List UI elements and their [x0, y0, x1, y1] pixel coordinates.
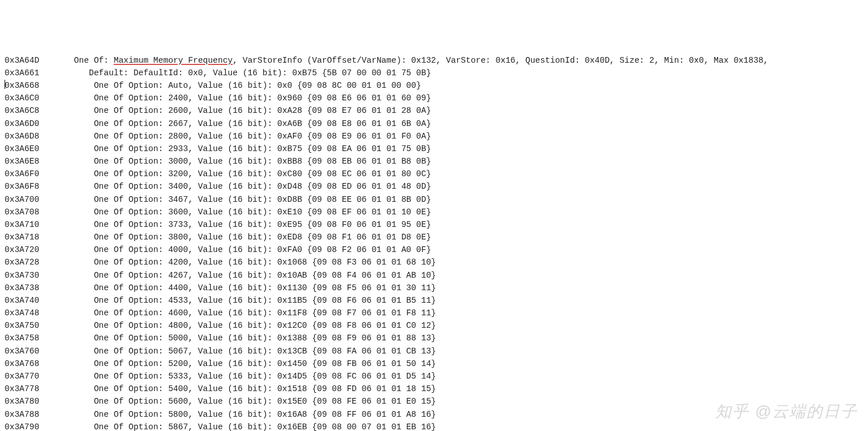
- address: 0x3A780: [5, 397, 39, 406]
- option-line: One Of Option: 4600, Value (16 bit): 0x1…: [94, 308, 436, 318]
- address: 0x3A6D0: [5, 119, 39, 128]
- option-line: One Of Option: 5000, Value (16 bit): 0x1…: [94, 334, 436, 343]
- dump-line: 0x3A6F8 One Of Option: 3400, Value (16 b…: [5, 180, 863, 193]
- dump-line: 0x3A768 One Of Option: 5200, Value (16 b…: [5, 357, 863, 370]
- address: 0x3A700: [5, 195, 39, 204]
- dump-line: 0x3A750 One Of Option: 4800, Value (16 b…: [5, 319, 863, 332]
- option-line: One Of Option: 5800, Value (16 bit): 0x1…: [94, 410, 436, 419]
- dump-line: 0x3A778 One Of Option: 5400, Value (16 b…: [5, 383, 863, 395]
- address: 0x3A760: [5, 347, 39, 356]
- address: 0x3A6E8: [5, 157, 39, 166]
- dump-line: 0x3A708 One Of Option: 3600, Value (16 b…: [5, 206, 863, 218]
- dump-line: 0x3A738 One Of Option: 4400, Value (16 b…: [5, 282, 863, 294]
- dump-line: 0x3A788 One Of Option: 5800, Value (16 b…: [5, 408, 863, 421]
- setting-title: Maximum Memory Frequency: [113, 56, 233, 65]
- option-line: One Of Option: 4800, Value (16 bit): 0x1…: [94, 321, 436, 330]
- address: 0x3A710: [5, 220, 39, 229]
- option-line: One Of Option: 2800, Value (16 bit): 0xA…: [94, 132, 431, 141]
- address: 0x3A750: [5, 321, 39, 330]
- option-line: One Of Option: 4400, Value (16 bit): 0x1…: [94, 283, 436, 292]
- option-line: One Of Option: 3467, Value (16 bit): 0xD…: [94, 195, 431, 204]
- dump-line: 0x3A758 One Of Option: 5000, Value (16 b…: [5, 332, 863, 344]
- hex-dump-listing: 0x3A64D One Of: Maximum Memory Frequency…: [5, 54, 863, 431]
- address: 0x3A728: [5, 258, 39, 267]
- dump-line: 0x3A770 One Of Option: 5333, Value (16 b…: [5, 370, 863, 383]
- dump-line: 0x3A6E0 One Of Option: 2933, Value (16 b…: [5, 143, 863, 155]
- address: 0x3A6F8: [5, 182, 39, 191]
- option-line: One Of Option: 4267, Value (16 bit): 0x1…: [94, 271, 436, 280]
- dump-line: 0x3A780 One Of Option: 5600, Value (16 b…: [5, 395, 863, 408]
- dump-line: 0x3A730 One Of Option: 4267, Value (16 b…: [5, 269, 863, 282]
- dump-line: 0x3A668 One Of Option: Auto, Value (16 b…: [5, 79, 863, 92]
- dump-line: 0x3A6D0 One Of Option: 2667, Value (16 b…: [5, 117, 863, 130]
- dump-line: 0x3A710 One Of Option: 3733, Value (16 b…: [5, 218, 863, 231]
- option-line: One Of Option: 5333, Value (16 bit): 0x1…: [94, 372, 436, 381]
- dump-line: 0x3A728 One Of Option: 4200, Value (16 b…: [5, 256, 863, 269]
- dump-line: 0x3A661 Default: DefaultId: 0x0, Value (…: [5, 67, 863, 79]
- address: 0x3A758: [5, 334, 39, 343]
- option-line: One Of Option: 2667, Value (16 bit): 0xA…: [94, 119, 431, 128]
- option-line: One Of Option: 5200, Value (16 bit): 0x1…: [94, 359, 436, 368]
- option-line: One Of Option: 2600, Value (16 bit): 0xA…: [94, 106, 431, 115]
- option-line: One Of Option: 5867, Value (16 bit): 0x1…: [94, 422, 436, 431]
- dump-line: 0x3A790 One Of Option: 5867, Value (16 b…: [5, 421, 863, 431]
- address: 0x3A708: [5, 208, 39, 217]
- one-of-header: One Of: Maximum Memory Frequency, VarSto…: [74, 56, 768, 65]
- option-line: One Of Option: 5400, Value (16 bit): 0x1…: [94, 384, 436, 393]
- dump-line: 0x3A760 One Of Option: 5067, Value (16 b…: [5, 345, 863, 357]
- option-line: One Of Option: 4200, Value (16 bit): 0x1…: [94, 258, 436, 267]
- dump-line: 0x3A700 One Of Option: 3467, Value (16 b…: [5, 193, 863, 206]
- option-line: One Of Option: 5600, Value (16 bit): 0x1…: [94, 397, 436, 406]
- dump-line: 0x3A6C8 One Of Option: 2600, Value (16 b…: [5, 104, 863, 117]
- default-value-line: Default: DefaultId: 0x0, Value (16 bit):…: [89, 68, 431, 78]
- address: 0x3A740: [5, 296, 39, 305]
- dump-line: 0x3A64D One Of: Maximum Memory Frequency…: [5, 54, 863, 67]
- address: 0x3A730: [5, 271, 39, 280]
- dump-line: 0x3A6E8 One Of Option: 3000, Value (16 b…: [5, 155, 863, 168]
- dump-line: 0x3A6D8 One Of Option: 2800, Value (16 b…: [5, 130, 863, 143]
- address: 0x3A6C8: [5, 106, 39, 115]
- option-line: One Of Option: Auto, Value (16 bit): 0x0…: [94, 81, 421, 90]
- dump-line: 0x3A740 One Of Option: 4533, Value (16 b…: [5, 294, 863, 307]
- address: 0x3A6F0: [5, 169, 39, 178]
- address: 0x3A718: [5, 233, 39, 242]
- address: 0x3A6E0: [5, 144, 39, 153]
- address: 0x3A738: [5, 283, 39, 292]
- dump-line: 0x3A748 One Of Option: 4600, Value (16 b…: [5, 307, 863, 319]
- address: 0x3A748: [5, 308, 39, 318]
- option-line: One Of Option: 5067, Value (16 bit): 0x1…: [94, 347, 436, 356]
- address: 0x3A770: [5, 372, 39, 381]
- address: 0x3A720: [5, 245, 39, 254]
- dump-line: 0x3A720 One Of Option: 4000, Value (16 b…: [5, 243, 863, 256]
- option-line: One Of Option: 2400, Value (16 bit): 0x9…: [94, 93, 431, 103]
- address: 0x3A768: [5, 359, 39, 368]
- option-line: One Of Option: 3000, Value (16 bit): 0xB…: [94, 157, 431, 166]
- address: 0x3A668: [5, 81, 39, 90]
- address: 0x3A6D8: [5, 132, 39, 141]
- option-line: One Of Option: 3600, Value (16 bit): 0xE…: [94, 208, 431, 217]
- option-line: One Of Option: 4533, Value (16 bit): 0x1…: [94, 296, 436, 305]
- address: 0x3A6C0: [5, 93, 39, 103]
- dump-line: 0x3A6F0 One Of Option: 3200, Value (16 b…: [5, 168, 863, 180]
- option-line: One Of Option: 3400, Value (16 bit): 0xD…: [94, 182, 431, 191]
- address: 0x3A790: [5, 422, 39, 431]
- address: 0x3A788: [5, 410, 39, 419]
- option-line: One Of Option: 2933, Value (16 bit): 0xB…: [94, 144, 431, 153]
- dump-line: 0x3A718 One Of Option: 3800, Value (16 b…: [5, 231, 863, 243]
- address: 0x3A64D: [5, 56, 39, 65]
- option-line: One Of Option: 3200, Value (16 bit): 0xC…: [94, 169, 431, 178]
- address: 0x3A778: [5, 384, 39, 393]
- option-line: One Of Option: 3733, Value (16 bit): 0xE…: [94, 220, 431, 229]
- dump-line: 0x3A6C0 One Of Option: 2400, Value (16 b…: [5, 92, 863, 104]
- option-line: One Of Option: 4000, Value (16 bit): 0xF…: [94, 245, 431, 254]
- address: 0x3A661: [5, 68, 39, 78]
- option-line: One Of Option: 3800, Value (16 bit): 0xE…: [94, 233, 431, 242]
